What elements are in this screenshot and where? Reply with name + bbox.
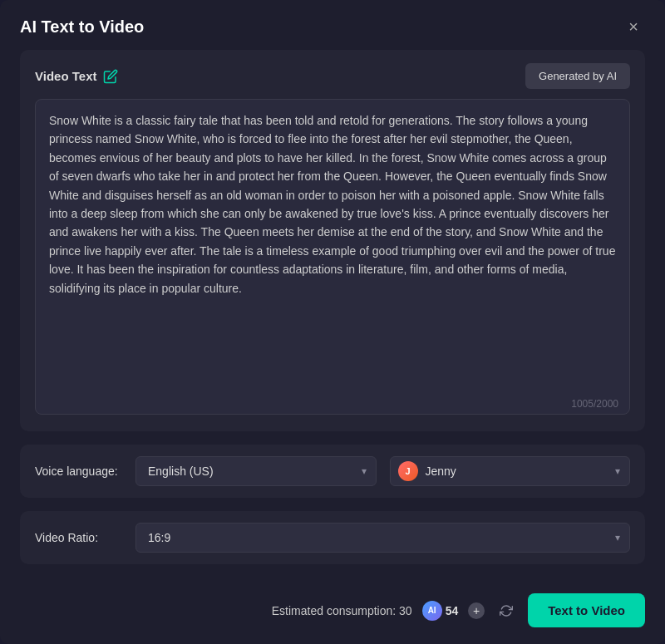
ratio-settings-row: Video Ratio: 16:9 9:16 1:1 4:3 ▾ (20, 511, 645, 564)
consumption-text: Estimated consumption: 30 (272, 604, 412, 617)
modal-title: AI Text to Video (20, 17, 144, 37)
ai-credits-count: 54 (446, 604, 459, 617)
generated-by-ai-button[interactable]: Generated by AI (525, 63, 630, 89)
ratio-select-wrapper: 16:9 9:16 1:1 4:3 ▾ (135, 523, 630, 553)
char-count: 1005/2000 (571, 398, 618, 410)
refresh-button[interactable] (495, 599, 518, 622)
video-text-label: Video Text (35, 69, 96, 83)
modal-body: Video Text Generated by AI 1005/2000 Voi… (0, 50, 665, 583)
voice-language-label: Voice language: (35, 465, 122, 478)
text-area-wrapper: 1005/2000 (35, 99, 630, 418)
modal-header: AI Text to Video × (0, 0, 665, 50)
section-header: Video Text Generated by AI (35, 63, 630, 89)
ai-badge: AI 54 (422, 601, 459, 621)
section-label-group: Video Text (35, 69, 118, 84)
close-button[interactable]: × (622, 15, 645, 38)
text-to-video-button[interactable]: Text to Video (528, 593, 645, 627)
video-text-section: Video Text Generated by AI 1005/2000 (20, 50, 645, 431)
ratio-select[interactable]: 16:9 9:16 1:1 4:3 (135, 523, 630, 553)
voice-settings-row: Voice language: English (US) English (UK… (20, 445, 645, 498)
language-select[interactable]: English (US) English (UK) Spanish French… (135, 456, 377, 486)
modal-container: AI Text to Video × Video Text Generated … (0, 0, 665, 644)
edit-icon (103, 69, 118, 84)
voice-select[interactable]: Jenny Michael Aria Davis Emma Brian (390, 456, 631, 486)
modal-footer: Estimated consumption: 30 AI 54 + Text t… (0, 583, 665, 644)
ai-credits-icon: AI (422, 601, 442, 621)
ratio-label: Video Ratio: (35, 531, 122, 544)
add-credits-button[interactable]: + (468, 602, 485, 619)
voice-avatar: J (398, 461, 418, 481)
video-text-input[interactable] (35, 99, 630, 415)
language-select-wrapper: English (US) English (UK) Spanish French… (135, 456, 377, 486)
voice-select-wrapper: J Jenny Michael Aria Davis Emma Brian ▾ (390, 456, 631, 486)
